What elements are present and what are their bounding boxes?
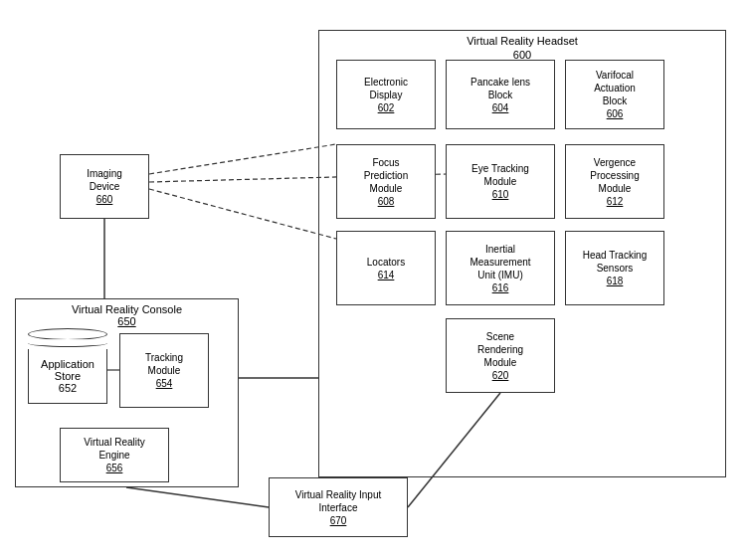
vr-engine-num: 656 (106, 462, 123, 474)
focus-prediction-box: FocusPredictionModule 608 (336, 144, 436, 219)
imu-label: InertialMeasurementUnit (IMU) (469, 243, 530, 281)
varifocal-label: VarifocalActuationBlock (594, 69, 636, 107)
imaging-device-label: ImagingDevice (87, 167, 122, 193)
scene-rendering-box: SceneRenderingModule 620 (446, 318, 555, 393)
focus-prediction-num: 608 (378, 195, 395, 208)
vr-console-title: Virtual Reality Console (16, 303, 238, 315)
imaging-device-box: ImagingDevice 660 (60, 154, 149, 219)
varifocal-num: 606 (607, 107, 624, 120)
vr-engine-box: Virtual RealityEngine 656 (60, 428, 169, 482)
imaging-device-num: 660 (96, 193, 113, 206)
head-tracking-num: 618 (607, 275, 624, 287)
tracking-module-num: 654 (156, 377, 173, 390)
app-store-num: 652 (59, 382, 77, 394)
eye-tracking-num: 610 (492, 188, 509, 201)
locators-box: Locators 614 (336, 231, 436, 305)
pancake-lens-label: Pancake lensBlock (470, 76, 530, 101)
head-tracking-label: Head TrackingSensors (583, 249, 647, 275)
scene-rendering-num: 620 (492, 369, 509, 382)
eye-tracking-label: Eye TrackingModule (471, 162, 529, 188)
locators-num: 614 (378, 269, 395, 281)
svg-line-1 (149, 189, 336, 239)
electronic-display-num: 602 (378, 101, 395, 114)
vr-console-num: 650 (16, 315, 238, 327)
cylinder-body: ApplicationStore 652 (28, 349, 107, 404)
vergence-num: 612 (607, 195, 624, 208)
vr-headset-title: Virtual Reality Headset (319, 35, 725, 47)
locators-label: Locators (367, 256, 405, 269)
app-store-label: ApplicationStore (41, 358, 94, 382)
cylinder-mid (28, 339, 107, 347)
imu-box: InertialMeasurementUnit (IMU) 616 (446, 231, 555, 305)
vergence-box: VergenceProcessingModule 612 (565, 144, 664, 219)
pancake-lens-num: 604 (492, 101, 509, 114)
varifocal-box: VarifocalActuationBlock 606 (565, 60, 664, 129)
pancake-lens-box: Pancake lensBlock 604 (446, 60, 555, 129)
diagram-container: Virtual Reality Headset 600 ElectronicDi… (0, 0, 750, 560)
head-tracking-box: Head TrackingSensors 618 (565, 231, 664, 305)
vergence-label: VergenceProcessingModule (590, 156, 639, 195)
electronic-display-label: ElectronicDisplay (364, 76, 408, 101)
vr-input-label: Virtual Reality InputInterface (295, 488, 382, 514)
electronic-display-box: ElectronicDisplay 602 (336, 60, 436, 129)
svg-line-0 (149, 144, 336, 174)
app-store-box: ApplicationStore 652 (28, 328, 107, 404)
svg-line-5 (126, 487, 269, 507)
tracking-module-box: TrackingModule 654 (119, 333, 209, 408)
vr-input-box: Virtual Reality InputInterface 670 (269, 477, 408, 537)
focus-prediction-label: FocusPredictionModule (364, 156, 408, 195)
scene-rendering-label: SceneRenderingModule (477, 330, 523, 369)
vr-input-num: 670 (330, 514, 347, 527)
tracking-module-label: TrackingModule (145, 351, 183, 377)
eye-tracking-box: Eye TrackingModule 610 (446, 144, 555, 219)
vr-engine-label: Virtual RealityEngine (84, 436, 145, 462)
imu-num: 616 (492, 281, 509, 294)
